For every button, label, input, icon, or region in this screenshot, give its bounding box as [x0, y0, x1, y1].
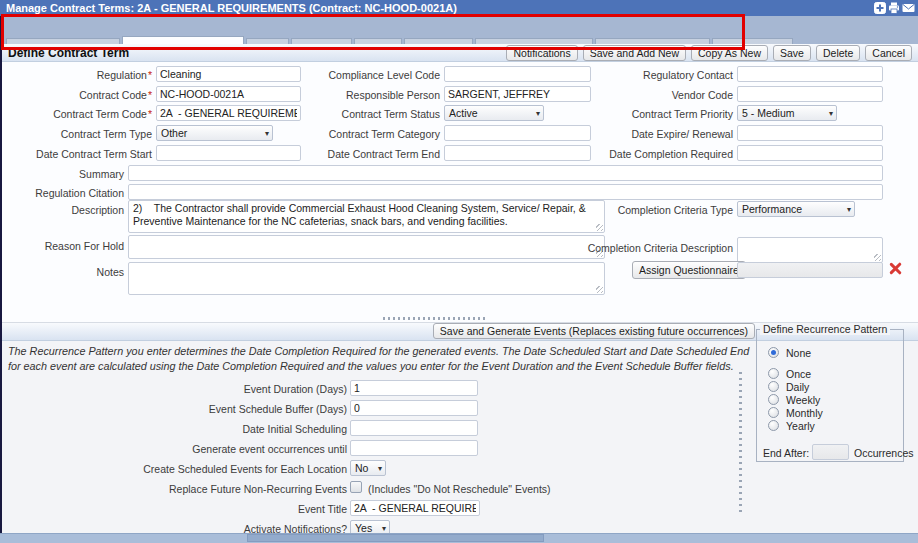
date-contract-term-end-label: Date Contract Term End: [296, 147, 440, 161]
date-expire-renewal-label: Date Expire/ Renewal: [585, 127, 733, 141]
chevron-down-icon: ▾: [847, 203, 851, 217]
regulatory-contact-input[interactable]: [737, 66, 883, 82]
responsible-person-input[interactable]: [444, 86, 591, 102]
chevron-down-icon: ▾: [265, 127, 269, 141]
window-title: Manage Contract Terms: 2A - GENERAL REQU…: [6, 2, 457, 14]
date-expire-renewal-input[interactable]: [737, 125, 883, 141]
date-completion-required-input[interactable]: [737, 145, 883, 161]
completion-criteria-description-label: Completion Criteria Description: [585, 241, 733, 255]
horizontal-scrollbar-thumb[interactable]: [247, 534, 544, 542]
radio-yearly[interactable]: [768, 420, 779, 431]
tab-strip: Select Contract Term Define Contract Ter…: [0, 16, 918, 44]
assigned-questionnaire-field: [737, 262, 883, 278]
notifications-button[interactable]: Notifications: [506, 45, 577, 61]
manage-contract-terms-window: Manage Contract Terms: 2A - GENERAL REQU…: [0, 0, 918, 543]
contract-term-priority-select[interactable]: 5 - Medium▾: [737, 105, 837, 121]
radio-once[interactable]: [768, 368, 779, 379]
radio-none[interactable]: [768, 347, 779, 358]
radio-weekly-label[interactable]: Weekly: [786, 394, 820, 406]
regulatory-contact-label: Regulatory Contact: [585, 68, 733, 82]
regulation-citation-label: Regulation Citation: [2, 186, 124, 200]
replace-future-label: Replace Future Non-Recurring Events: [60, 482, 347, 496]
radio-daily[interactable]: [768, 381, 779, 392]
delete-button[interactable]: Delete: [816, 45, 860, 61]
contract-term-type-select[interactable]: Other▾: [156, 125, 273, 141]
event-schedule-buffer-label: Event Schedule Buffer (Days): [60, 402, 347, 416]
radio-daily-label[interactable]: Daily: [786, 381, 809, 393]
contract-code-input[interactable]: [156, 86, 301, 102]
radio-monthly-label[interactable]: Monthly: [786, 407, 823, 419]
save-generate-events-button[interactable]: Save and Generate Events (Replaces exist…: [433, 323, 755, 339]
assign-questionnaire-button[interactable]: Assign Questionnaire: [632, 261, 746, 279]
reason-for-hold-label: Reason For Hold: [2, 239, 124, 253]
occurrences-label: Occurrences: [854, 447, 914, 459]
contract-term-status-select[interactable]: Active▾: [444, 105, 544, 121]
clear-questionnaire-icon[interactable]: [889, 262, 902, 275]
summary-label: Summary: [2, 167, 124, 181]
end-after-input: [812, 444, 849, 460]
notes-textarea[interactable]: [128, 262, 605, 295]
horizontal-splitter[interactable]: [383, 317, 487, 320]
contract-term-category-input[interactable]: [444, 125, 591, 141]
contract-term-status-label: Contract Term Status: [296, 107, 440, 121]
resize-grip-icon[interactable]: [596, 224, 603, 231]
cancel-button[interactable]: Cancel: [865, 45, 912, 61]
create-scheduled-events-label: Create Scheduled Events for Each Locatio…: [60, 462, 347, 476]
vendor-code-input[interactable]: [737, 86, 883, 102]
regulation-input[interactable]: [156, 66, 301, 82]
event-title-input[interactable]: [350, 500, 480, 516]
event-duration-input[interactable]: [350, 380, 478, 396]
radio-once-label[interactable]: Once: [786, 368, 811, 380]
contract-term-code-label: Contract Term Code*: [2, 107, 152, 121]
toolbar: Notifications Save and Add New Copy As N…: [506, 45, 912, 61]
create-scheduled-events-select[interactable]: No▾: [350, 460, 386, 476]
radio-yearly-label[interactable]: Yearly: [786, 420, 815, 432]
resize-grip-icon[interactable]: [874, 254, 881, 261]
recurrence-help-text: The Recurrence Pattern you enter determi…: [8, 344, 756, 374]
reason-for-hold-textarea[interactable]: [128, 235, 605, 259]
event-duration-label: Event Duration (Days): [60, 382, 347, 396]
contract-term-category-label: Contract Term Category: [296, 127, 440, 141]
end-after-label: End After:: [763, 447, 809, 459]
copy-as-new-button[interactable]: Copy As New: [691, 45, 768, 61]
event-schedule-buffer-input[interactable]: [350, 400, 478, 416]
radio-none-label[interactable]: None: [786, 347, 811, 359]
replace-future-note: (Includes "Do Not Reschedule" Events): [368, 482, 648, 496]
date-initial-scheduling-label: Date Initial Scheduling: [60, 422, 347, 436]
contract-code-label: Contract Code*: [2, 88, 152, 102]
vertical-splitter[interactable]: [739, 372, 742, 512]
print-icon[interactable]: [888, 2, 900, 14]
generate-until-input[interactable]: [350, 440, 478, 456]
save-button[interactable]: Save: [773, 45, 811, 61]
chevron-down-icon: ▾: [536, 107, 540, 121]
recurrence-pattern-legend: Define Recurrence Pattern: [760, 323, 890, 335]
completion-criteria-type-select[interactable]: Performance▾: [737, 201, 855, 217]
date-contract-term-end-input[interactable]: [444, 145, 591, 161]
completion-criteria-type-label: Completion Criteria Type: [585, 203, 733, 217]
compliance-level-code-label: Compliance Level Code: [296, 68, 440, 82]
description-label: Description: [2, 203, 124, 217]
mail-icon[interactable]: [902, 2, 915, 14]
replace-future-checkbox[interactable]: [350, 481, 362, 493]
completion-criteria-description-textarea[interactable]: [737, 237, 883, 263]
add-icon[interactable]: [874, 2, 886, 14]
vendor-code-label: Vendor Code: [585, 88, 733, 102]
radio-weekly[interactable]: [768, 394, 779, 405]
save-and-add-new-button[interactable]: Save and Add New: [583, 45, 686, 61]
contract-term-code-input[interactable]: [156, 105, 301, 121]
regulation-label: Regulation*: [2, 68, 152, 82]
date-contract-term-start-label: Date Contract Term Start: [2, 147, 152, 161]
date-completion-required-label: Date Completion Required: [585, 147, 733, 161]
compliance-level-code-input[interactable]: [444, 66, 591, 82]
chevron-down-icon: ▾: [829, 107, 833, 121]
date-initial-scheduling-input[interactable]: [350, 420, 478, 436]
description-textarea[interactable]: 2) The Contractor shall provide Commerci…: [128, 200, 605, 233]
generate-until-label: Generate event occurrences until: [60, 442, 347, 456]
notes-label: Notes: [2, 265, 124, 279]
date-contract-term-start-input[interactable]: [156, 145, 301, 161]
summary-input[interactable]: [128, 165, 883, 181]
radio-monthly[interactable]: [768, 407, 779, 418]
responsible-person-label: Responsible Person: [296, 88, 440, 102]
regulation-citation-input[interactable]: [128, 184, 883, 200]
resize-grip-icon[interactable]: [596, 286, 603, 293]
